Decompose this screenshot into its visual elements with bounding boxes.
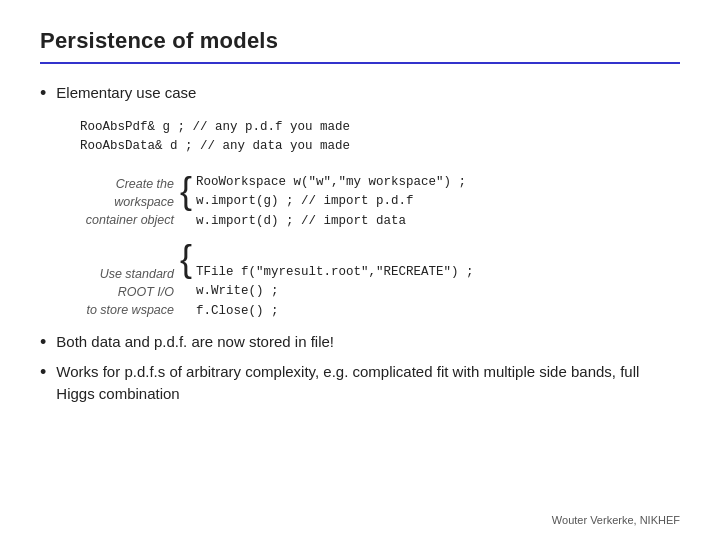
bullet-elementary: • Elementary use case (40, 82, 680, 104)
bullet-dot-bottom-0: • (40, 332, 46, 353)
brace-column: { { (180, 173, 192, 321)
bullet-text-bottom-0: Both data and p.d.f. are now stored in f… (56, 331, 334, 353)
bullet-elementary-text: Elementary use case (56, 82, 196, 104)
two-col-layout: Create the workspace container object Us… (40, 173, 680, 321)
footer-text: Wouter Verkerke, NIKHEF (552, 514, 680, 526)
code2-line2: w.Write() ; (196, 282, 474, 301)
slide: Persistence of models • Elementary use c… (0, 0, 720, 540)
slide-title: Persistence of models (40, 28, 278, 53)
bullet-bottom-1: •Works for p.d.f.s of arbitrary complexi… (40, 361, 680, 405)
brace-2: { (180, 241, 192, 277)
code1-line2: w.import(g) ; // import p.d.f (196, 192, 474, 211)
bullet-text-bottom-1: Works for p.d.f.s of arbitrary complexit… (56, 361, 680, 405)
code1-line1: RooWorkspace w("w","my workspace") ; (196, 173, 474, 192)
code2-line3: f.Close() ; (196, 302, 474, 321)
top-code-block: RooAbsPdf& g ; // any p.d.f you made Roo… (80, 118, 680, 157)
code-column: RooWorkspace w("w","my workspace") ; w.i… (196, 173, 474, 321)
elementary-section: • Elementary use case (40, 82, 680, 104)
bullet-dot-1: • (40, 83, 46, 104)
label-create-workspace: Create the workspace container object (40, 175, 180, 229)
bullet-dot-bottom-1: • (40, 362, 46, 383)
code1-line3: w.import(d) ; // import data (196, 212, 474, 231)
top-code-line2: RooAbsData& d ; // any data you made (80, 137, 680, 156)
bullet-bottom-0: •Both data and p.d.f. are now stored in … (40, 331, 680, 353)
code-group-2: TFile f("myresult.root","RECREATE") ; w.… (196, 263, 474, 321)
brace-1: { (180, 173, 192, 209)
title-area: Persistence of models (40, 28, 680, 64)
code-group-1: RooWorkspace w("w","my workspace") ; w.i… (196, 173, 474, 231)
code2-line1: TFile f("myresult.root","RECREATE") ; (196, 263, 474, 282)
top-code-line1: RooAbsPdf& g ; // any p.d.f you made (80, 118, 680, 137)
bottom-bullets: •Both data and p.d.f. are now stored in … (40, 331, 680, 405)
labels-column: Create the workspace container object Us… (40, 173, 180, 321)
label-use-root-io: Use standard ROOT I/O to store wspace (40, 265, 180, 319)
